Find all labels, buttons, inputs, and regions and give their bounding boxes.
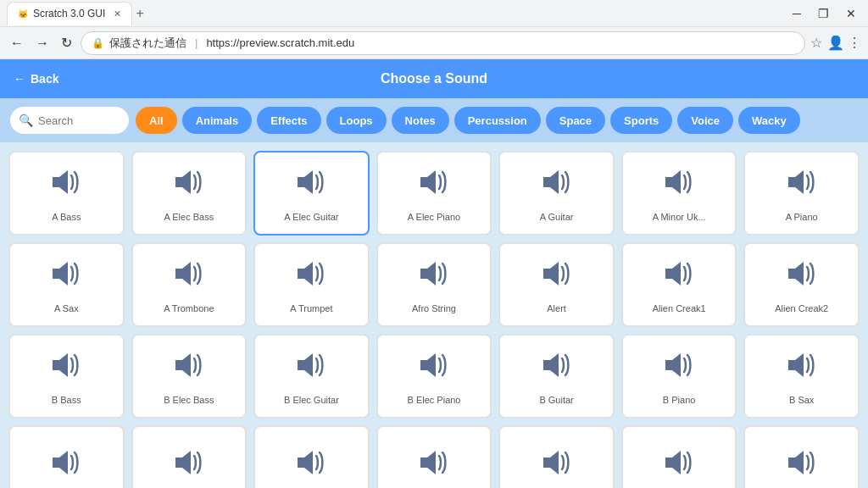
sound-card[interactable]: B Elec Piano [376,334,492,419]
sound-speaker-icon [170,350,208,388]
sound-card[interactable]: A Trombone [131,242,248,327]
sound-name-label: B Elec Bass [164,395,214,406]
close-button[interactable]: ✕ [841,5,861,22]
sound-card[interactable] [8,425,125,488]
sound-card[interactable]: A Guitar [498,151,615,236]
filter-button-notes[interactable]: Notes [392,107,449,134]
filter-button-loops[interactable]: Loops [326,107,387,134]
app-header: ← Back Choose a Sound [0,59,868,98]
sound-speaker-icon [47,167,85,205]
sound-speaker-icon [783,167,821,205]
sound-card[interactable] [131,425,248,488]
sound-speaker-icon [660,350,698,388]
back-nav-button[interactable]: ← [7,32,27,54]
sound-card[interactable] [253,425,370,488]
sound-card[interactable]: A Minor Uk... [621,151,737,236]
sound-speaker-icon [783,350,821,388]
sound-speaker-icon [47,447,85,485]
sound-card[interactable]: A Elec Bass [131,151,248,236]
sound-card[interactable] [743,425,860,488]
url-text: https://preview.scratch.mit.edu [206,36,354,49]
sound-speaker-icon [660,258,698,297]
filter-button-animals[interactable]: Animals [182,107,253,134]
new-tab-button[interactable]: + [136,6,143,21]
sound-name-label: B Sax [789,395,814,406]
sound-name-label: A Minor Uk... [653,212,706,223]
sound-name-label: A Bass [52,212,81,223]
sound-grid: A Bass A Elec Bass A Elec Guitar A Elec … [8,151,860,488]
sound-card[interactable]: Alien Creak2 [743,242,860,327]
sound-card[interactable]: A Trumpet [253,242,370,327]
profile-button[interactable]: 👤 [827,35,844,51]
sound-name-label: A Trombone [164,303,214,314]
search-input[interactable] [38,114,120,127]
sound-speaker-icon [170,167,208,205]
sound-speaker-icon [47,258,85,297]
sound-card[interactable]: B Piano [621,334,737,419]
forward-nav-button[interactable]: → [32,32,53,54]
sound-speaker-icon [415,258,453,297]
sound-name-label: B Guitar [539,395,573,406]
sound-speaker-icon [47,350,85,388]
sound-card[interactable]: A Sax [8,242,125,327]
sound-speaker-icon [170,447,208,485]
sound-name-label: B Elec Guitar [284,395,339,406]
sound-name-label: A Guitar [540,212,574,223]
sound-card[interactable] [621,425,737,488]
back-arrow-icon: ← [14,72,25,86]
sound-speaker-icon [538,258,576,297]
reload-button[interactable]: ↻ [58,31,75,54]
minimize-button[interactable]: ─ [787,5,806,22]
sound-card[interactable]: Afro String [376,242,492,327]
filter-button-voice[interactable]: Voice [677,107,733,134]
filter-button-wacky[interactable]: Wacky [738,107,800,134]
sound-name-label: Alien Creak2 [775,303,828,314]
sound-card[interactable] [498,425,615,488]
sound-card[interactable]: B Elec Bass [131,334,248,419]
restore-button[interactable]: ❐ [813,5,834,22]
sound-grid-container[interactable]: A Bass A Elec Bass A Elec Guitar A Elec … [0,142,868,488]
sound-name-label: B Elec Piano [408,395,461,406]
tab-close-button[interactable]: ✕ [114,8,121,19]
search-icon: 🔍 [19,114,33,127]
sound-card[interactable]: A Piano [743,151,860,236]
browser-tab[interactable]: 🐱 Scratch 3.0 GUI ✕ [7,2,132,25]
filter-button-effects[interactable]: Effects [257,107,320,134]
sound-card[interactable]: B Guitar [498,334,615,419]
window-controls: ─ ❐ ✕ [787,5,861,22]
sound-card[interactable]: A Elec Piano [376,151,492,236]
page-title: Choose a Sound [381,71,487,86]
sound-name-label: B Bass [52,395,81,406]
search-box[interactable]: 🔍 [10,107,129,134]
filter-button-space[interactable]: Space [546,107,605,134]
sound-name-label: A Piano [786,212,818,223]
sound-speaker-icon [660,447,698,485]
sound-card[interactable] [376,425,492,488]
sound-name-label: Alien Creak1 [653,303,706,314]
sound-speaker-icon [292,167,330,205]
sound-name-label: Afro String [412,303,456,314]
sound-name-label: A Elec Bass [164,212,214,223]
filter-button-sports[interactable]: Sports [610,107,672,134]
sound-card[interactable]: B Sax [743,334,860,419]
sound-card[interactable]: A Bass [8,151,125,236]
sound-card[interactable]: Alert [498,242,615,327]
sound-card[interactable]: B Bass [8,334,125,419]
sound-card[interactable]: A Elec Guitar [253,151,370,236]
sound-name-label: Alert [547,303,566,314]
sound-card[interactable]: B Elec Guitar [253,334,370,419]
sound-card[interactable]: Alien Creak1 [621,242,737,327]
sound-speaker-icon [538,350,576,388]
filter-button-all[interactable]: All [136,107,177,134]
sound-speaker-icon [415,167,453,205]
sound-speaker-icon [415,350,453,388]
sound-speaker-icon [783,447,821,485]
filter-button-percussion[interactable]: Percussion [454,107,541,134]
sound-speaker-icon [783,258,821,297]
back-button[interactable]: ← Back [14,72,58,86]
address-bar[interactable]: 🔒 保護された通信 | https://preview.scratch.mit.… [81,31,805,55]
sound-speaker-icon [538,447,576,485]
sound-name-label: A Elec Guitar [284,212,338,223]
bookmark-button[interactable]: ☆ [810,35,822,51]
menu-button[interactable]: ⋮ [848,35,861,51]
